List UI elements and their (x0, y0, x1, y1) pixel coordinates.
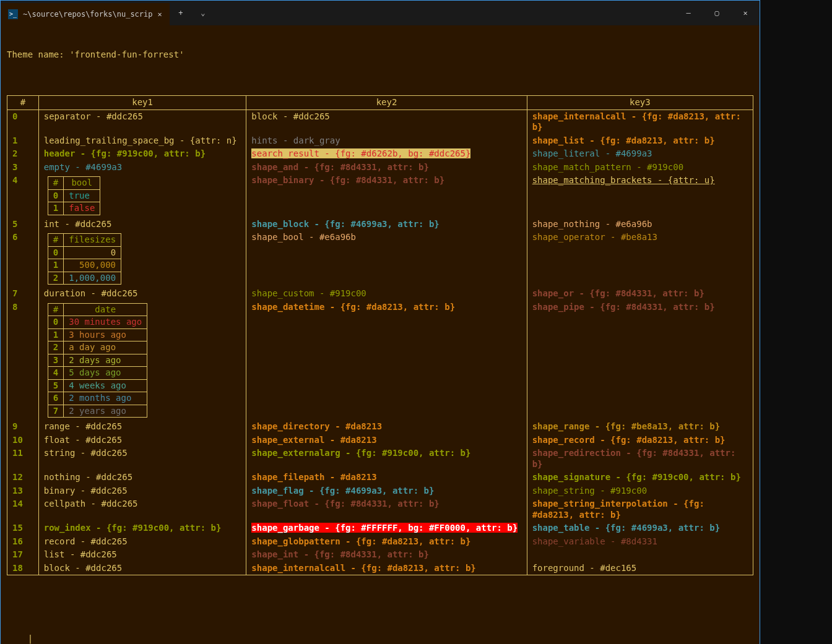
cell-text: shape_record - {fg: #da8213, attr: b} (532, 435, 726, 445)
cell-k1: #filesizes001500,00021,000,000 (38, 231, 246, 287)
subtable-row: 54 weeks ago (48, 379, 147, 392)
cell-k2: shape_directory - #da8213 (246, 420, 527, 434)
cell-k2: shape_flag - {fg: #4699a3, attr: b} (246, 484, 527, 498)
cell-text: shape_redirection - {fg: #8d4331, attr: … (532, 448, 736, 469)
close-button[interactable]: ✕ (731, 1, 760, 25)
table-row: 3empty - #4699a3shape_and - {fg: #8d4331… (7, 161, 753, 174)
subtable-row-val: 3 hours ago (64, 328, 147, 341)
subtable-row-idx: 0 (48, 316, 63, 329)
cell-k3: shape_literal - #4699a3 (527, 147, 753, 161)
cell-text: shape_float - {fg: #8d4331, attr: b} (251, 499, 439, 509)
cell-k3: shape_internalcall - {fg: #da8213, attr:… (527, 109, 753, 134)
cell-k2: shape_filepath - #da8213 (246, 471, 527, 484)
cell-text: shape_list - {fg: #da8213, attr: b} (532, 135, 715, 145)
cell-text: shape_filepath - #da8213 (251, 472, 376, 482)
cell-text: binary - #ddc265 (44, 486, 128, 496)
minimize-button[interactable]: — (674, 1, 703, 25)
cell-text: shape_pipe - {fg: #8d4331, attr: b} (532, 302, 715, 312)
subtable-row-val: 2 years ago (64, 405, 147, 418)
cell-text: search_result - {fg: #d6262b, bg: #ddc26… (251, 148, 470, 158)
subtable-row-idx: 0 (48, 246, 63, 259)
subtable-row: 21,000,000 (48, 272, 121, 285)
subtable-date: #date030 minutes ago13 hours ago2a day a… (48, 303, 147, 418)
cell-k1: binary - #ddc265 (38, 484, 246, 498)
cell-k1: int - #ddc265 (38, 218, 246, 231)
cell-k3: shape_redirection - {fg: #8d4331, attr: … (527, 447, 753, 471)
terminal-body[interactable]: Theme name: 'frontend-fun-forrest' # key… (1, 25, 760, 644)
cell-text: shape_directory - #da8213 (251, 421, 382, 431)
subtable-row-val: a day ago (64, 341, 147, 354)
subtable-row-val: true (64, 189, 100, 202)
powershell-icon: >_ (8, 9, 18, 19)
table-row: 15row_index - {fg: #919c00, attr: b}shap… (7, 522, 753, 535)
row-index: 16 (7, 535, 39, 549)
tab-title: ~\source\repos\forks\nu_scrip (23, 10, 153, 19)
table-row: 14cellpath - #ddc265shape_float - {fg: #… (7, 497, 753, 522)
cell-text: block - #ddc265 (44, 563, 122, 573)
row-index: 18 (7, 562, 39, 575)
cell-k2: block - #ddc265 (246, 109, 527, 134)
subtable-row: 32 days ago (48, 354, 147, 367)
cell-text: shape_int - {fg: #8d4331, attr: b} (251, 549, 429, 559)
cell-text: shape_range - {fg: #be8a13, attr: b} (532, 421, 720, 431)
subtable-row-val: 5 days ago (64, 367, 147, 380)
cell-k3: shape_matching_brackets - {attr: u} (527, 174, 753, 218)
cell-text: row_index - {fg: #919c00, attr: b} (44, 523, 222, 533)
new-tab-button[interactable]: + (170, 1, 192, 25)
row-index: 7 (7, 287, 39, 301)
cell-k1: #bool0true1false (38, 174, 246, 218)
cell-text: shape_nothing - #e6a96b (532, 219, 652, 229)
cell-text: shape_internalcall - {fg: #da8213, attr:… (251, 563, 475, 573)
row-index: 4 (7, 174, 39, 218)
cell-text: shape_match_pattern - #919c00 (532, 162, 683, 172)
cell-k1: record - #ddc265 (38, 535, 246, 549)
subtable-idx-header: # (48, 303, 63, 316)
prompt-cursor[interactable]: | (28, 633, 33, 643)
header-key2: key2 (246, 96, 527, 110)
tab-dropdown-button[interactable]: ⌄ (192, 1, 214, 25)
table-row: 16record - #ddc265shape_globpattern - {f… (7, 535, 753, 549)
cell-text: float - #ddc265 (44, 435, 122, 445)
table-row: 2header - {fg: #919c00, attr: b}search_r… (7, 147, 753, 161)
row-index: 17 (7, 548, 39, 562)
table-row: 4#bool0true1falseshape_binary - {fg: #8d… (7, 174, 753, 218)
cell-text: int - #ddc265 (44, 219, 112, 229)
tab-close-icon[interactable]: ✕ (158, 10, 162, 19)
subtable-row-val: false (64, 202, 100, 215)
subtable-bool: #bool0true1false (48, 176, 101, 215)
cell-text: shape_literal - #4699a3 (532, 148, 652, 158)
row-index: 6 (7, 231, 39, 287)
theme-table: # key1 key2 key3 0separator - #ddc265blo… (7, 95, 753, 575)
table-header-row: # key1 key2 key3 (7, 96, 753, 110)
row-index: 8 (7, 301, 39, 421)
subtable-row-val: 0 (64, 246, 121, 259)
cell-k1: string - #ddc265 (38, 447, 246, 471)
cell-text: hints - dark_gray (251, 135, 340, 145)
row-index: 11 (7, 447, 39, 471)
cell-text: shape_operator - #be8a13 (532, 232, 657, 242)
row-index: 12 (7, 471, 39, 484)
cell-k2: shape_and - {fg: #8d4331, attr: b} (246, 161, 527, 174)
cell-k2: shape_external - #da8213 (246, 434, 527, 447)
cell-text: record - #ddc265 (44, 536, 128, 546)
subtable-row: 72 years ago (48, 405, 147, 418)
table-row: 8#date030 minutes ago13 hours ago2a day … (7, 301, 753, 421)
cell-text: shape_signature - {fg: #919c00, attr: b} (532, 472, 741, 482)
cell-k1: float - #ddc265 (38, 434, 246, 447)
maximize-button[interactable]: ▢ (703, 1, 731, 25)
subtable-row-idx: 2 (48, 341, 63, 354)
cell-text: shape_table - {fg: #4699a3, attr: b} (532, 523, 720, 533)
cell-k3: shape_pipe - {fg: #8d4331, attr: b} (527, 301, 753, 421)
table-row: 13binary - #ddc265shape_flag - {fg: #469… (7, 484, 753, 498)
row-index: 14 (7, 497, 39, 522)
cell-k2: shape_custom - #919c00 (246, 287, 527, 301)
subtable-col-header: date (64, 303, 147, 316)
cell-text: shape_external - #da8213 (251, 435, 376, 445)
subtable-row: 0true (48, 189, 100, 202)
cell-k1: header - {fg: #919c00, attr: b} (38, 147, 246, 161)
subtable-row-idx: 6 (48, 392, 63, 405)
subtable-row-idx: 4 (48, 367, 63, 380)
tab-active[interactable]: >_ ~\source\repos\forks\nu_scrip ✕ (1, 3, 170, 25)
cell-k3: shape_match_pattern - #919c00 (527, 161, 753, 174)
cell-k2: shape_globpattern - {fg: #da8213, attr: … (246, 535, 527, 549)
